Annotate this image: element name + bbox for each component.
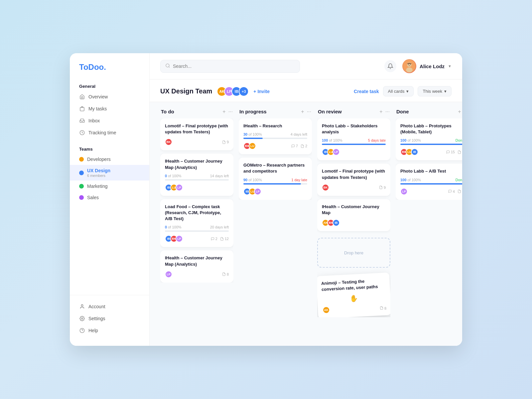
card-ihealth-cjm-review[interactable]: IHealth – Customer Journey Map AK BK IB [317, 199, 390, 231]
avatar [402, 59, 416, 73]
card-ihealth-cjm2[interactable]: IHealth – Customer Journey Map (Analytic… [160, 250, 233, 282]
progress-bar-bg [400, 183, 462, 185]
add-card-button[interactable]: + [301, 109, 304, 114]
logo: ToDoo. [70, 63, 149, 81]
cards-on-review: Photo Labb – Stakeholders analysis 100 o… [317, 118, 390, 317]
card-photolabb-abtest[interactable]: Photo Labb – A/B Test 100 of 100% Done [396, 164, 462, 200]
teams-section-label: Teams [70, 144, 149, 154]
notification-button[interactable] [384, 60, 396, 72]
add-card-button[interactable]: + [379, 109, 382, 114]
card-avatars: IB LU LP [165, 184, 183, 191]
card-footer: AK 8 [323, 303, 387, 314]
general-section-label: General [70, 81, 149, 91]
column-title: In progress [239, 109, 267, 114]
cards-in-progress: IHealth – Research 30 of 100% 4 days lef… [239, 118, 312, 200]
card-ihealth-research[interactable]: IHealth – Research 30 of 100% 4 days lef… [239, 118, 312, 154]
logo-highlight: Doo [88, 63, 104, 71]
card-lomotif-prototype[interactable]: Lomotif – Final prototype (with updates … [160, 118, 233, 150]
sidebar-item-inbox[interactable]: Inbox [70, 115, 149, 127]
progress-bar-fill [322, 144, 386, 145]
card-avatars: IB BK LP [165, 235, 183, 242]
comments-count: 7 [291, 144, 298, 148]
sidebar-bottom: Account Settings Help [70, 295, 149, 336]
column-in-progress: In progress + ··· IHealth – Research 30 … [239, 109, 312, 339]
this-week-filter[interactable]: This week ▾ [418, 86, 452, 96]
card-ihealth-cjm[interactable]: IHealth – Customer Journey Map (Analytic… [160, 154, 233, 196]
all-cards-filter[interactable]: All cards ▾ [383, 86, 414, 96]
sidebar-item-sales[interactable]: Sales [70, 192, 149, 203]
more-options-button[interactable]: ··· [228, 109, 233, 114]
progress-bar-fill [243, 138, 263, 139]
column-header-in-progress: In progress + ··· [239, 109, 312, 114]
search-bar[interactable] [160, 60, 300, 73]
create-task-button[interactable]: Create task [354, 89, 379, 94]
card-footer: LP 8 [165, 271, 229, 278]
card-avatars: BK LU IB [400, 148, 418, 156]
card-title: Load Food – Complex task (Research, CJM,… [165, 204, 229, 222]
progress-bar-fill [400, 144, 462, 145]
card-avatar: BK [165, 138, 172, 146]
card-title: Photo Labb – Stakeholders analysis [322, 123, 386, 135]
help-icon [79, 328, 85, 333]
more-options-button[interactable]: ··· [385, 109, 390, 114]
user-profile[interactable]: Alice Lodz ▼ [402, 59, 452, 73]
progress-bar-bg [243, 138, 307, 139]
card-footer: BK LU IB 15 1 [400, 148, 462, 156]
search-input[interactable] [173, 64, 295, 69]
sidebar-item-settings[interactable]: Settings [70, 313, 149, 325]
logo-prefix: To [79, 63, 88, 71]
card-lomotif-onreview[interactable]: Lomotif – Final prototype (with updates … [317, 164, 390, 196]
svg-point-3 [81, 305, 83, 306]
comments-count: 15 [446, 150, 455, 154]
sidebar-item-help[interactable]: Help [70, 325, 149, 336]
sidebar-item-tracking-time[interactable]: Tracking time [70, 127, 149, 139]
files-count: 9 [222, 140, 229, 144]
sidebar-item-label: Developers [87, 157, 111, 162]
logo-dot: . [104, 63, 106, 71]
add-card-button[interactable]: + [222, 109, 225, 114]
progress-area: 100 of 100% Done [400, 138, 462, 145]
more-options-button[interactable]: ··· [307, 109, 311, 114]
drop-zone: Drop here [317, 238, 390, 268]
card-avatar: IB [411, 148, 418, 156]
sidebar-item-account[interactable]: Account [70, 301, 149, 313]
column-actions: + ··· [379, 109, 390, 114]
progress-area: 90 of 100% 1 day late [243, 178, 307, 185]
column-title: Done [396, 109, 409, 114]
chevron-down-icon: ▼ [448, 64, 452, 68]
card-avatar: LP [165, 271, 172, 278]
add-card-button[interactable]: + [458, 109, 461, 114]
main-content: Alice Lodz ▼ UX Design Team AK LP IB +3 … [150, 53, 462, 346]
home-icon [79, 94, 85, 100]
sidebar-item-label: Sales [87, 195, 99, 200]
sidebar-item-ux-design[interactable]: UX Design 6 members [70, 165, 149, 181]
card-avatar: LP [176, 235, 183, 242]
svg-point-4 [81, 318, 83, 319]
progress-bar-fill [400, 183, 462, 185]
card-photolabb-prototypes[interactable]: Photo Labb – Prototypes (Mobile, Tablet)… [396, 118, 462, 160]
card-avatar: LP [176, 184, 183, 191]
files-count: 2 [301, 144, 307, 148]
card-photolabb-stakeholders[interactable]: Photo Labb – Stakeholders analysis 100 o… [317, 118, 390, 160]
card-load-food[interactable]: Load Food – Complex task (Research, CJM,… [160, 199, 233, 247]
card-footer: IB LU LP [243, 188, 307, 195]
card-footer: IB LU LP [322, 148, 386, 156]
progress-label: 90 of 100% 1 day late [243, 178, 307, 182]
card-title: Lomotif – Final prototype (with updates … [165, 123, 229, 135]
progress-area: 100 of 100% Done [400, 178, 462, 185]
card-meta: 15 1 [446, 150, 462, 154]
svg-point-12 [408, 64, 409, 65]
invite-button[interactable]: + Invite [253, 89, 270, 94]
card-avatars: BK [165, 138, 172, 146]
card-gometro[interactable]: GOMetro – Research partners and competit… [239, 158, 312, 200]
card-avatars: LP [400, 188, 408, 195]
sidebar-item-marketing[interactable]: Marketing [70, 181, 149, 192]
sidebar-item-my-tasks[interactable]: My tasks [70, 103, 149, 115]
sidebar-item-developers[interactable]: Developers [70, 154, 149, 165]
member-avatar-more: +3 [239, 86, 249, 96]
top-header: Alice Lodz ▼ [150, 53, 462, 79]
files-count: 8 [222, 272, 229, 276]
board-actions: Create task All cards ▾ This week ▾ [354, 86, 452, 96]
sidebar-item-overview[interactable]: Overview [70, 91, 149, 103]
card-title: Lomotif – Final prototype (with updates … [322, 168, 386, 180]
